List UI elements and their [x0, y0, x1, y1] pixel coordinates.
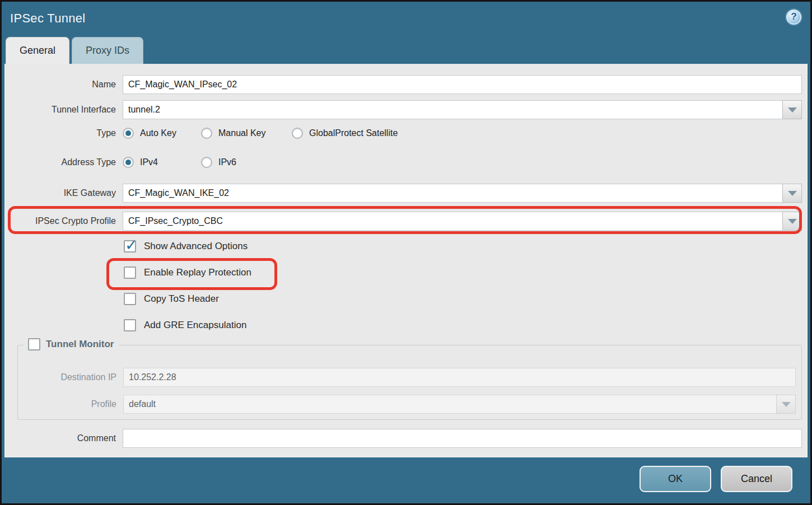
general-tab-panel: Name Tunnel Interface Type	[4, 64, 808, 457]
tunnel-interface-input[interactable]	[123, 100, 782, 119]
radio-icon	[292, 128, 303, 139]
tunnel-interface-label: Tunnel Interface	[5, 105, 123, 115]
type-option-manual-key[interactable]: Manual Key	[201, 128, 292, 139]
name-label: Name	[5, 80, 123, 90]
tunnel-monitor-fieldset: Tunnel Monitor Destination IP Profile	[17, 345, 802, 420]
checkbox-icon[interactable]	[124, 240, 136, 252]
ike-gateway-row: IKE Gateway	[5, 184, 802, 203]
profile-label: Profile	[18, 399, 123, 409]
add-gre-encapsulation-row[interactable]: Add GRE Encapsulation	[5, 319, 807, 332]
chevron-down-icon	[782, 402, 791, 407]
ipsec-crypto-profile-dropdown-button[interactable]	[782, 212, 802, 231]
checkbox-icon[interactable]	[124, 266, 136, 279]
profile-input	[123, 395, 776, 414]
radio-icon	[201, 128, 212, 139]
comment-input[interactable]	[123, 429, 802, 448]
ike-gateway-label: IKE Gateway	[5, 188, 123, 198]
ike-gateway-input[interactable]	[123, 184, 782, 203]
tab-general-label: General	[20, 45, 55, 57]
chevron-down-icon	[788, 107, 797, 113]
checkbox-icon[interactable]	[28, 338, 40, 350]
type-option-auto-key[interactable]: Auto Key	[123, 128, 201, 139]
ipsec-crypto-profile-label: IPSec Crypto Profile	[5, 216, 123, 226]
dialog-titlebar: IPSec Tunnel ?	[2, 2, 810, 35]
destination-ip-row: Destination IP	[18, 368, 796, 387]
radio-icon	[123, 128, 134, 139]
ipsec-crypto-profile-input[interactable]	[123, 212, 782, 231]
show-advanced-options-row[interactable]: Show Advanced Options	[5, 240, 807, 253]
tunnel-interface-row: Tunnel Interface	[5, 100, 802, 119]
chevron-down-icon	[788, 219, 797, 224]
copy-tos-header-row[interactable]: Copy ToS Header	[5, 292, 807, 306]
checkbox-icon[interactable]	[124, 319, 136, 331]
address-type-row: Address Type IPv4 IPv6	[5, 155, 802, 170]
address-type-label: Address Type	[5, 157, 123, 167]
chevron-down-icon	[788, 191, 797, 196]
help-icon[interactable]: ?	[786, 10, 801, 25]
tunnel-interface-dropdown-button[interactable]	[782, 100, 802, 119]
ipsec-tunnel-dialog: IPSec Tunnel ? General Proxy IDs Name	[2, 2, 810, 503]
destination-ip-label: Destination IP	[18, 372, 123, 382]
name-row: Name	[5, 75, 802, 94]
checkbox-icon[interactable]	[124, 293, 136, 305]
address-type-option-ipv4[interactable]: IPv4	[123, 157, 201, 168]
ok-button[interactable]: OK	[640, 466, 711, 492]
ike-gateway-dropdown-button[interactable]	[782, 184, 802, 203]
comment-row: Comment	[5, 429, 802, 448]
dialog-title: IPSec Tunnel	[10, 11, 85, 26]
name-input[interactable]	[123, 75, 802, 94]
ipsec-crypto-profile-row: IPSec Crypto Profile	[5, 212, 802, 231]
profile-row: Profile	[18, 395, 796, 414]
type-row: Type Auto Key Manual Key GlobalProtect S…	[5, 125, 802, 141]
tunnel-monitor-legend[interactable]: Tunnel Monitor	[24, 338, 119, 350]
radio-icon	[123, 157, 134, 168]
tab-proxy-ids-label: Proxy IDs	[86, 45, 129, 57]
screenshot-frame: IPSec Tunnel ? General Proxy IDs Name	[0, 0, 812, 505]
tab-proxy-ids[interactable]: Proxy IDs	[72, 37, 143, 64]
tab-bar: General Proxy IDs	[2, 37, 810, 64]
profile-dropdown-button	[776, 395, 796, 414]
type-option-globalprotect-satellite[interactable]: GlobalProtect Satellite	[292, 128, 398, 139]
destination-ip-input	[123, 368, 796, 387]
cancel-button[interactable]: Cancel	[721, 466, 792, 492]
enable-replay-protection-row[interactable]: Enable Replay Protection	[5, 266, 807, 279]
tab-general[interactable]: General	[6, 37, 69, 64]
type-label: Type	[5, 128, 123, 138]
address-type-option-ipv6[interactable]: IPv6	[201, 157, 236, 168]
radio-icon	[201, 157, 212, 168]
dialog-footer: OK Cancel	[2, 457, 810, 504]
comment-label: Comment	[5, 433, 123, 443]
